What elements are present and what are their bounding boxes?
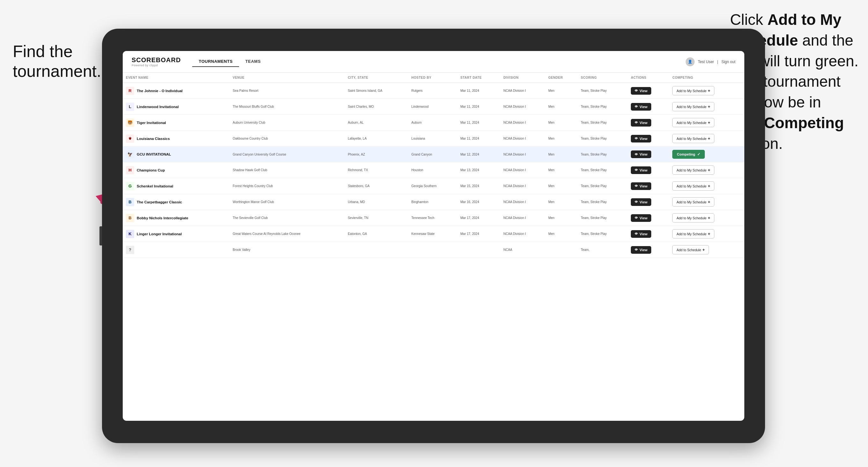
competing-cell: Add to My Schedule + bbox=[669, 131, 744, 147]
city-cell: Richmond, TX bbox=[345, 162, 408, 178]
add-label: Add to My Schedule bbox=[676, 232, 706, 236]
scoring-cell: Team, Stroke Play bbox=[578, 162, 628, 178]
scoring-cell: Team, Stroke Play bbox=[578, 178, 628, 194]
venue-cell: Oakbourne Country Club bbox=[229, 131, 345, 147]
event-name: Bobby Nichols Intercollegiate bbox=[137, 216, 188, 220]
table-row: R The Johnnie - O Individual Sea Palms R… bbox=[123, 83, 744, 99]
view-button[interactable]: 👁 View bbox=[631, 166, 651, 174]
venue-cell: Great Waters Course At Reynolds Lake Oco… bbox=[229, 226, 345, 242]
division-cell: NCAA Division I bbox=[500, 131, 545, 147]
eye-icon: 👁 bbox=[635, 89, 638, 92]
add-to-schedule-button[interactable]: Add to My Schedule + bbox=[672, 118, 714, 127]
col-competing: COMPETING bbox=[669, 73, 744, 83]
city-cell: Urbana, MD bbox=[345, 194, 408, 210]
add-to-schedule-button[interactable]: Add to My Schedule + bbox=[672, 102, 714, 111]
event-name: Champions Cup bbox=[137, 168, 165, 172]
school-logo: H bbox=[126, 166, 134, 175]
event-name-cell: 🦅 GCU INVITATIONAL bbox=[126, 150, 226, 158]
table-header-row: EVENT NAME VENUE CITY, STATE HOSTED BY S… bbox=[123, 73, 744, 83]
add-to-schedule-button[interactable]: Add to My Schedule + bbox=[672, 213, 714, 222]
venue-cell: The Missouri Bluffs Golf Club bbox=[229, 99, 345, 115]
col-city-state: CITY, STATE bbox=[345, 73, 408, 83]
sign-out-link[interactable]: Sign out bbox=[721, 60, 735, 64]
school-logo: K bbox=[126, 230, 134, 238]
add-label: Add to My Schedule bbox=[676, 89, 706, 93]
add-to-schedule-button[interactable]: Add to My Schedule + bbox=[672, 197, 714, 207]
gender-cell: Men bbox=[545, 147, 578, 162]
table-row: L Lindenwood Invitational The Missouri B… bbox=[123, 99, 744, 115]
event-name: GCU INVITATIONAL bbox=[137, 152, 171, 156]
add-to-schedule-button[interactable]: Add to My Schedule + bbox=[672, 229, 714, 239]
hosted-cell bbox=[408, 242, 458, 258]
add-label: Add to My Schedule bbox=[676, 137, 706, 141]
table-row: B Bobby Nichols Intercollegiate The Sevi… bbox=[123, 210, 744, 226]
competing-cell: Add to My Schedule + bbox=[669, 99, 744, 115]
view-button[interactable]: 👁 View bbox=[631, 87, 651, 95]
city-cell: Phoenix, AZ bbox=[345, 147, 408, 162]
competing-button[interactable]: Competing ✓ bbox=[672, 150, 705, 159]
hosted-cell: Georgia Southern bbox=[408, 178, 458, 194]
separator: | bbox=[717, 60, 718, 64]
view-button[interactable]: 👁 View bbox=[631, 119, 651, 127]
nav-tab-teams[interactable]: TEAMS bbox=[239, 56, 267, 67]
scoring-cell: Team, bbox=[578, 242, 628, 258]
city-cell: Sevierville, TN bbox=[345, 210, 408, 226]
user-name: Test User bbox=[698, 60, 714, 64]
scoring-cell: Team, Stroke Play bbox=[578, 115, 628, 131]
actions-cell: 👁 View bbox=[628, 115, 669, 131]
table-row: ? Brook ValleyNCAATeam, 👁 View Add to Sc… bbox=[123, 242, 744, 258]
plus-icon: + bbox=[708, 168, 710, 173]
venue-cell: Grand Canyon University Golf Course bbox=[229, 147, 345, 162]
city-cell: Eatonton, GA bbox=[345, 226, 408, 242]
view-button[interactable]: 👁 View bbox=[631, 230, 651, 238]
view-button[interactable]: 👁 View bbox=[631, 103, 651, 111]
view-button[interactable]: 👁 View bbox=[631, 151, 651, 158]
plus-icon: + bbox=[708, 104, 710, 109]
add-to-schedule-button[interactable]: Add to My Schedule + bbox=[672, 181, 714, 191]
left-instruction: Find the tournament. bbox=[13, 41, 101, 81]
col-gender: GENDER bbox=[545, 73, 578, 83]
add-label: Add to My Schedule bbox=[676, 200, 706, 204]
add-to-schedule-button[interactable]: Add to My Schedule + bbox=[672, 134, 714, 143]
view-button[interactable]: 👁 View bbox=[631, 198, 651, 206]
event-name-cell: G Schenkel Invitational bbox=[126, 182, 226, 190]
gender-cell: Men bbox=[545, 115, 578, 131]
view-button[interactable]: 👁 View bbox=[631, 182, 651, 190]
actions-cell: 👁 View bbox=[628, 194, 669, 210]
gender-cell: Men bbox=[545, 210, 578, 226]
scoring-cell: Team, Stroke Play bbox=[578, 147, 628, 162]
col-scoring: SCORING bbox=[578, 73, 628, 83]
hosted-cell: Tennessee Tech bbox=[408, 210, 458, 226]
scoring-cell: Team, Stroke Play bbox=[578, 83, 628, 99]
eye-icon: 👁 bbox=[635, 137, 638, 140]
hosted-cell: Kennesaw State bbox=[408, 226, 458, 242]
city-cell: Statesboro, GA bbox=[345, 178, 408, 194]
gender-cell: Men bbox=[545, 131, 578, 147]
event-name-cell: ⚜ Louisiana Classics bbox=[126, 134, 226, 143]
add-to-schedule-button[interactable]: Add to My Schedule + bbox=[672, 165, 714, 175]
city-cell: Auburn, AL bbox=[345, 115, 408, 131]
user-avatar: 👤 bbox=[686, 57, 694, 66]
hosted-cell: Auburn bbox=[408, 115, 458, 131]
actions-cell: 👁 View bbox=[628, 210, 669, 226]
city-cell: Saint Charles, MO bbox=[345, 99, 408, 115]
tournaments-table: EVENT NAME VENUE CITY, STATE HOSTED BY S… bbox=[123, 73, 744, 258]
add-to-schedule-button[interactable]: Add to My Schedule + bbox=[672, 86, 714, 95]
hosted-cell: Houston bbox=[408, 162, 458, 178]
col-event-name: EVENT NAME bbox=[123, 73, 229, 83]
event-name: The Carpetbagger Classic bbox=[137, 200, 182, 204]
nav-tab-tournaments[interactable]: TOURNAMENTS bbox=[192, 56, 239, 67]
gender-cell: Men bbox=[545, 83, 578, 99]
event-name-cell: 🐯 Tiger Invitational bbox=[126, 119, 226, 127]
school-logo: B bbox=[126, 214, 134, 222]
event-name-cell: B Bobby Nichols Intercollegiate bbox=[126, 214, 226, 222]
school-logo: 🦅 bbox=[126, 150, 134, 158]
view-button[interactable]: 👁 View bbox=[631, 135, 651, 143]
school-logo: L bbox=[126, 103, 134, 111]
eye-icon: 👁 bbox=[635, 153, 638, 156]
competing-cell: Add to My Schedule + bbox=[669, 226, 744, 242]
view-button[interactable]: 👁 View bbox=[631, 214, 651, 222]
start-date-cell: Mar 11, 2024 bbox=[457, 115, 500, 131]
view-button[interactable]: 👁 View bbox=[631, 246, 651, 254]
add-to-schedule-button[interactable]: Add to Schedule + bbox=[672, 245, 709, 254]
